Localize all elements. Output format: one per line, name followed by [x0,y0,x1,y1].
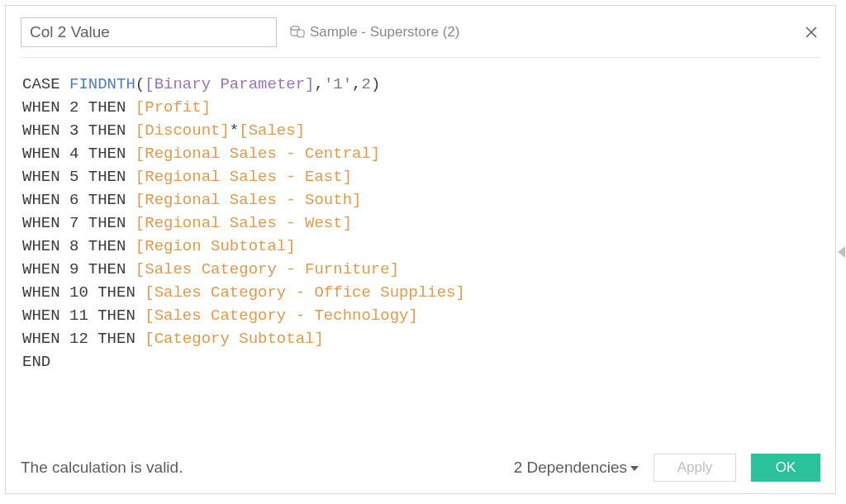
token-kw: WHEN 2 THEN [22,98,135,116]
token-param: [Binary Parameter] [145,75,314,93]
token-op: , [314,75,323,93]
token-kw: WHEN 5 THEN [22,168,135,186]
close-button[interactable] [802,23,820,41]
panel-expand-handle[interactable] [838,246,845,258]
formula-line: WHEN 11 THEN [Sales Category - Technolog… [22,304,819,327]
token-field: [Category Subtotal] [145,330,324,348]
validation-status: The calculation is valid. [21,459,183,477]
token-field: [Sales Category - Technology] [145,307,418,325]
token-lit: 2 [362,75,371,93]
token-kw: WHEN 8 THEN [22,237,135,255]
formula-line: CASE FINDNTH([Binary Parameter],'1',2) [22,73,819,96]
formula-line: WHEN 12 THEN [Category Subtotal] [22,327,819,350]
token-field: [Regional Sales - South] [135,191,362,209]
formula-editor[interactable]: CASE FINDNTH([Binary Parameter],'1',2)WH… [21,58,820,442]
formula-line: WHEN 8 THEN [Region Subtotal] [22,235,819,258]
token-kw: END [22,353,50,371]
footer-row: The calculation is valid. 2 Dependencies… [21,449,820,482]
calculation-name-input[interactable] [21,17,277,47]
ok-button[interactable]: OK [751,454,820,482]
token-kw: WHEN 10 THEN [22,283,145,302]
datasource-icon [290,26,305,39]
formula-line: END [22,350,819,373]
formula-line: WHEN 6 THEN [Regional Sales - South] [22,188,819,212]
dependencies-dropdown[interactable]: 2 Dependencies [514,459,639,477]
svg-point-0 [291,26,299,31]
token-kw: WHEN 11 THEN [22,307,145,325]
token-field: [Sales Category - Office Supplies] [145,283,465,302]
chevron-down-icon [630,466,639,471]
token-kw: WHEN 6 THEN [22,191,135,209]
token-field: [Profit] [135,98,211,116]
token-kw: CASE [22,75,69,93]
token-kw: WHEN 4 THEN [22,145,135,163]
token-op: ) [371,75,380,93]
token-field: [Sales Category - Furniture] [135,260,399,278]
token-kw: WHEN 7 THEN [22,214,135,232]
token-kw: WHEN 9 THEN [22,260,135,278]
formula-line: WHEN 4 THEN [Regional Sales - Central] [22,142,819,165]
calculation-editor-dialog: Sample - Superstore (2) CASE FINDNTH([Bi… [5,5,836,494]
token-kw: WHEN 3 THEN [22,121,135,140]
token-fn: FINDNTH [69,75,135,93]
datasource-selector[interactable]: Sample - Superstore (2) [290,24,459,40]
dependencies-label: 2 Dependencies [514,459,627,477]
formula-line: WHEN 2 THEN [Profit] [22,96,819,119]
token-lit: '1' [324,75,352,93]
apply-button[interactable]: Apply [654,454,736,482]
formula-line: WHEN 10 THEN [Sales Category - Office Su… [22,281,819,304]
token-op: , [352,75,361,93]
formula-line: WHEN 3 THEN [Discount]*[Sales] [22,119,819,142]
token-field: [Region Subtotal] [135,237,296,255]
token-field: [Discount] [135,121,230,140]
formula-line: WHEN 5 THEN [Regional Sales - East] [22,165,819,188]
token-kw: WHEN 12 THEN [22,330,145,348]
datasource-label: Sample - Superstore (2) [310,24,459,40]
token-field: [Regional Sales - East] [135,168,352,186]
token-op: * [230,121,239,140]
token-field: [Regional Sales - Central] [135,145,380,163]
formula-line: WHEN 9 THEN [Sales Category - Furniture] [22,258,819,281]
token-field: [Regional Sales - West] [135,214,352,232]
formula-line: WHEN 7 THEN [Regional Sales - West] [22,212,819,235]
token-op: ( [135,75,145,93]
close-icon [805,26,818,39]
token-field: [Sales] [239,121,305,140]
header-row: Sample - Superstore (2) [21,17,820,58]
